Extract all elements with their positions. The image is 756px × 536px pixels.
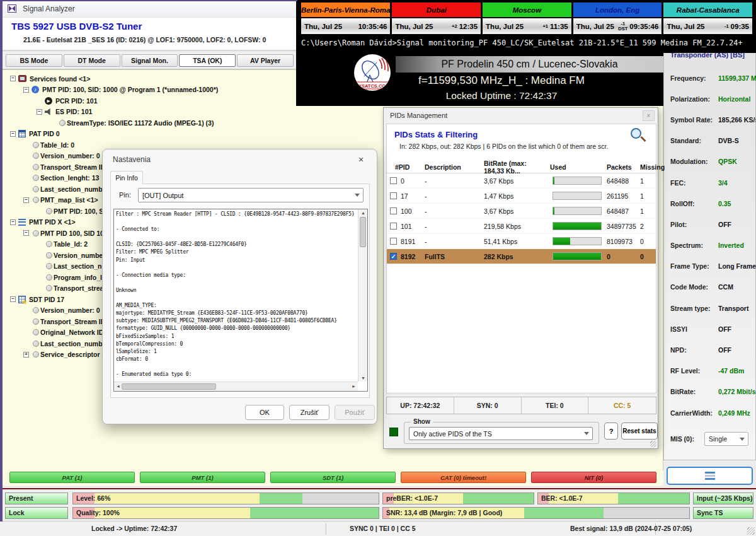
pid-checkbox[interactable] — [390, 177, 397, 184]
scroll-right-icon[interactable]: ► — [352, 384, 356, 388]
pid-packets: 261195 — [604, 192, 638, 200]
tree-item-label: SDT PID 17 — [29, 296, 64, 303]
pid-row[interactable]: 8191-51,41 Kbps81099730 — [387, 234, 656, 249]
tree-expand-toggle[interactable]: − — [10, 296, 16, 302]
pid-checkbox[interactable] — [390, 207, 397, 214]
pids-window-title: PIDs Management — [390, 112, 447, 119]
pid-row[interactable]: 100-3,67 Kbps6484871 — [387, 204, 656, 219]
resize-grip[interactable] — [747, 527, 755, 535]
clock-dst-label: DST — [618, 26, 627, 32]
tree-item[interactable]: −ES PID: 101 — [8, 107, 373, 118]
tab-tsa-ok[interactable]: TSA (OK) — [179, 54, 236, 67]
table-presence-bar: CAT (0) timeout! — [401, 472, 526, 483]
pid-column-header[interactable]: BitRate (max: 184,33 Kb... — [481, 160, 547, 175]
scroll-down-icon[interactable]: ▼ — [358, 376, 368, 380]
clock-utc-offset: +2 — [452, 24, 457, 29]
tab-dt-mode[interactable]: DT Mode — [64, 54, 120, 67]
chevron-down-icon — [740, 438, 745, 441]
pid-column-header[interactable]: Description — [422, 163, 481, 171]
used-bar — [553, 192, 602, 200]
tab-av-player[interactable]: AV Player — [237, 54, 294, 67]
tree-expand-toggle[interactable]: − — [23, 197, 29, 203]
present-badge: Present — [5, 492, 68, 504]
mis-select[interactable]: Single — [704, 432, 748, 446]
transponder-value: OFF — [718, 325, 731, 333]
pid-checkbox[interactable] — [390, 253, 397, 260]
tab-signal-mon[interactable]: Signal Mon. — [122, 54, 178, 67]
pid-column-header[interactable]: Missing — [638, 163, 657, 171]
ts-status-cell: UP: 72:42:32 — [387, 397, 454, 414]
tree-expand-toggle[interactable]: − — [10, 76, 16, 81]
tree-item[interactable]: StreamType: ISO/IEC 11172 Audio (MPEG-1)… — [8, 117, 373, 129]
preber-bar: preBER: <1.0E-7 — [382, 492, 534, 504]
mis-label: MIS (0): — [664, 435, 704, 443]
transponder-row: Modulation:QPSK — [664, 151, 755, 172]
tree-item-label: PMT_map_list <1> — [40, 196, 98, 204]
search-stats-icon[interactable] — [629, 128, 648, 147]
quality-bar: Quality: 100% — [72, 507, 379, 519]
show-filter-select[interactable]: Only active PIDS of the TS — [409, 427, 593, 440]
vertical-scrollbar[interactable]: ▲ ▼ — [358, 209, 367, 382]
tree-item-label: Table_Id: 0 — [40, 141, 74, 149]
pid-cell: 17 — [387, 192, 422, 200]
tree-expand-toggle[interactable]: − — [23, 230, 29, 236]
pid-column-header[interactable]: #PID — [387, 163, 422, 171]
horizontal-scrollbar[interactable]: ◄ ► — [114, 382, 358, 391]
apply-button[interactable]: Použiť — [335, 405, 375, 420]
help-button[interactable]: ? — [604, 422, 618, 440]
clock-city: London, Eng — [573, 3, 662, 17]
pid-column-header[interactable]: Packets — [604, 163, 638, 171]
pid-checkbox[interactable] — [390, 223, 397, 230]
pid-row[interactable]: 0-3,67 Kbps6484881 — [387, 173, 656, 189]
clock-time: 11:35 — [550, 23, 568, 30]
scroll-left-icon[interactable]: ◄ — [116, 384, 120, 388]
transponder-label: Frequency: — [664, 74, 718, 82]
tree-expand-toggle[interactable]: − — [37, 109, 42, 115]
pid-used-cell — [547, 237, 604, 245]
pin-select[interactable]: [OUT] Output — [138, 188, 364, 202]
transponder-label: Frame Type: — [664, 262, 718, 270]
pin-info-textarea[interactable]: Filter : MPC Stream Reader [HTTP] - CLSI… — [113, 209, 368, 392]
tree-expand-toggle[interactable]: + — [23, 352, 29, 358]
table-presence-bar: PAT (1) — [9, 472, 135, 483]
pid-row[interactable]: 17-1,47 Kbps2611951 — [387, 189, 656, 204]
pid-row[interactable]: 101-219,58 Kbps348977352 — [387, 219, 656, 234]
pid-bitrate: 3,67 Kbps — [481, 177, 547, 185]
tree-item-label: StreamType: ISO/IEC 11172 Audio (MPEG-1)… — [67, 119, 214, 127]
pid-checkbox[interactable] — [390, 192, 397, 199]
clock-time-cell: Thu, Jul 25-109:35 — [663, 18, 752, 34]
tree-item-label: PMT PID: 100, SID: 1000 @ Program 1 (*un… — [42, 86, 218, 93]
tree-item[interactable]: −PAT PID 0 — [8, 129, 373, 140]
close-icon[interactable]: × — [354, 153, 368, 166]
clock-column: London, EngThu, Jul 25-1DST09:35:46 — [573, 3, 662, 35]
clock-time: 09:35:46 — [629, 23, 658, 30]
resize-grip[interactable] — [650, 441, 656, 447]
stream-list-button[interactable] — [667, 467, 753, 485]
cancel-button[interactable]: Zrušiť — [289, 405, 329, 420]
pid-checkbox[interactable] — [390, 238, 397, 245]
pid-row[interactable]: 8192FullTS282 Kbps00 — [387, 249, 656, 264]
scroll-up-icon[interactable]: ▲ — [358, 211, 368, 215]
pid-missing: 1 — [638, 177, 657, 185]
ok-button[interactable]: OK — [245, 405, 284, 420]
tree-expand-toggle[interactable]: − — [10, 131, 16, 137]
tab-pin-info[interactable]: Pin Info — [110, 171, 143, 184]
pid-column-header[interactable]: Used — [547, 163, 604, 171]
pid-bitrate: 282 Kbps — [481, 253, 547, 260]
tree-expand-toggle[interactable]: − — [10, 219, 16, 225]
grid-icon — [18, 130, 26, 137]
ts-status-cell: SYN: 0 — [454, 397, 522, 414]
stream-list-icon — [705, 472, 715, 480]
tree-expand-toggle[interactable]: − — [23, 87, 29, 93]
reset-stats-button[interactable]: Reset stats — [621, 422, 658, 440]
close-icon[interactable]: × — [643, 110, 655, 121]
scroll-thumb[interactable] — [122, 383, 216, 390]
overlay-banner: DXSATCS.COM PF Prodelin 450 cm / Lucenec… — [296, 53, 663, 106]
tab-bs-mode[interactable]: BS Mode — [6, 54, 62, 67]
dot-icon — [46, 252, 52, 259]
nastavenia-dialog: Nastavenia × Pin Info Pin: [OUT] Output … — [102, 149, 377, 424]
transponder-label: Standard: — [664, 137, 718, 144]
transponder-label: RollOff: — [664, 200, 718, 207]
pid-bitrate: 1,47 Kbps — [481, 192, 547, 200]
scroll-thumb[interactable] — [360, 217, 366, 247]
